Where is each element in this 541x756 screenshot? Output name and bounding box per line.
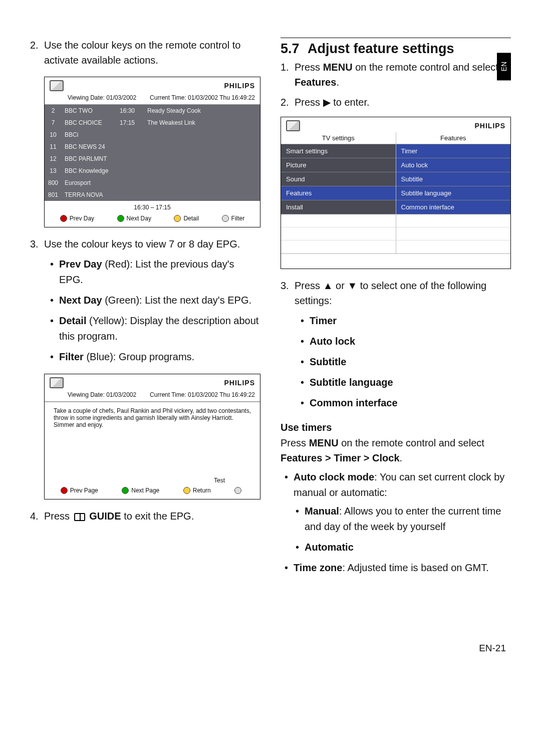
step-number: 1.	[281, 60, 295, 90]
setting-item: Auto lock	[310, 334, 511, 349]
yellow-dot-icon	[183, 487, 190, 494]
menu-col-header: Features	[396, 132, 511, 144]
prog-title	[144, 165, 260, 177]
current-time: Current Time: 01/03/2002 Thu 16:49:22	[150, 94, 255, 101]
channel-list: 2BBC TWO16:30Ready Steady Cook 7BBC CHOI…	[45, 105, 260, 201]
step-text: Press GUIDE to exit the EPG.	[44, 509, 260, 524]
ch-num: 7	[45, 117, 62, 129]
epg-listing-box: PHILIPS Viewing Date: 01/03/2002 Current…	[44, 77, 260, 227]
bullet-auto-clock: Auto clock mode: You can set current clo…	[294, 469, 511, 555]
yellow-label: Detail	[183, 215, 199, 222]
ch-num: 13	[45, 165, 62, 177]
prog-time: 16:30	[117, 105, 144, 117]
ch-num: 801	[45, 189, 62, 201]
prog-time	[117, 153, 144, 165]
step-text: Use the colour keys on the remote contro…	[44, 38, 260, 68]
tv-icon	[50, 377, 64, 388]
ch-name: BBC Knowledge	[62, 165, 117, 177]
sub-heading: Use timers	[281, 422, 511, 433]
up-arrow-icon: ▲	[323, 278, 333, 293]
prog-title	[144, 177, 260, 189]
test-label: Test	[45, 477, 260, 484]
step-number: 3.	[281, 278, 295, 308]
prog-time	[117, 177, 144, 189]
prog-time	[117, 129, 144, 141]
green-label: Next Day	[127, 215, 151, 222]
step-number: 2.	[30, 38, 44, 68]
step-text: Press ▶ to enter.	[295, 95, 511, 110]
brand-label: PHILIPS	[475, 122, 505, 130]
green-label: Next Page	[131, 487, 159, 494]
blue-dot-icon	[222, 215, 229, 222]
menu-item: Smart settings	[281, 144, 396, 158]
ch-num: 11	[45, 141, 62, 153]
prog-title: Ready Steady Cook	[144, 105, 260, 117]
sub-bullet-manual: Manual: Allows you to enter the current …	[305, 503, 511, 535]
ch-num: 12	[45, 153, 62, 165]
setting-item: Subtitle	[310, 354, 511, 370]
menu-item: Subtitle language	[396, 186, 511, 200]
ch-name: BBC CHOICE	[62, 117, 117, 129]
menu-item: Subtitle	[396, 172, 511, 186]
brand-label: PHILIPS	[224, 379, 255, 387]
red-label: Prev Page	[70, 487, 98, 494]
epg-detail-box: PHILIPS Viewing Date: 01/03/2002 Current…	[44, 374, 260, 499]
brand-label: PHILIPS	[224, 82, 255, 90]
down-arrow-icon: ▼	[347, 278, 357, 293]
sub-bullet-automatic: Automatic	[305, 540, 511, 555]
red-dot-icon	[61, 487, 68, 494]
step-text: Press MENU on the remote control and sel…	[295, 60, 511, 90]
bullet-filter: Filter (Blue): Group programs.	[59, 349, 260, 365]
program-description: Take a couple of chefs, Paul Rankin and …	[45, 402, 260, 477]
menu-item: Picture	[281, 158, 396, 172]
step-number: 4.	[30, 509, 44, 524]
bullet-next-day: Next Day (Green): List the next day's EP…	[59, 293, 260, 308]
prog-time	[117, 189, 144, 201]
language-tab: EN	[497, 53, 511, 80]
menu-item-active: Features	[281, 186, 396, 200]
ch-name: Eurosport	[62, 177, 117, 189]
step-number: 3.	[30, 236, 44, 251]
page-number: EN-21	[30, 643, 511, 654]
red-dot-icon	[60, 215, 67, 222]
yellow-label: Return	[193, 487, 211, 494]
right-arrow-icon: ▶	[323, 95, 331, 110]
yellow-dot-icon	[174, 215, 181, 222]
bullet-time-zone: Time zone: Adjusted time is based on GMT…	[294, 560, 511, 576]
step-text: Use the colour keys to view 7 or 8 day E…	[44, 236, 260, 251]
viewing-date: Viewing Date: 01/03/2002	[68, 391, 136, 398]
left-column: 2. Use the colour keys on the remote con…	[30, 38, 260, 583]
step-number: 2.	[281, 95, 295, 110]
time-range: 16:30 – 17:15	[45, 201, 260, 212]
setting-item: Common interface	[310, 395, 511, 411]
green-dot-icon	[117, 215, 124, 222]
section-heading: 5.7Adjust feature settings	[281, 38, 511, 57]
prog-title	[144, 189, 260, 201]
prog-time	[117, 141, 144, 153]
ch-num: 800	[45, 177, 62, 189]
ch-num: 2	[45, 105, 62, 117]
ch-num: 10	[45, 129, 62, 141]
setting-item: Timer	[310, 313, 511, 329]
ch-name: BBCi	[62, 129, 117, 141]
menu-item: Install	[281, 200, 396, 214]
tv-menu-box: PHILIPS TV settings Smart settings Pictu…	[281, 117, 511, 269]
red-label: Prev Day	[70, 215, 94, 222]
menu-item: Common interface	[396, 200, 511, 214]
paragraph: Press MENU on the remote control and sel…	[281, 435, 511, 465]
prog-title	[144, 129, 260, 141]
menu-col-header: TV settings	[281, 132, 396, 144]
menu-item: Timer	[396, 144, 511, 158]
guide-icon	[74, 513, 85, 521]
tv-icon	[50, 80, 64, 91]
bullet-detail: Detail (Yellow): Display the description…	[59, 313, 260, 344]
prog-title: The Weakest Link	[144, 117, 260, 129]
viewing-date: Viewing Date: 01/03/2002	[68, 94, 136, 101]
step-text: Press ▲ or ▼ to select one of the follow…	[295, 278, 511, 308]
setting-item: Subtitle language	[310, 375, 511, 390]
green-dot-icon	[122, 487, 129, 494]
current-time: Current Time: 01/03/2002 Thu 16:49:22	[150, 391, 255, 398]
tv-icon	[286, 120, 300, 131]
bullet-prev-day: Prev Day (Red): List the previous day's …	[59, 257, 260, 288]
blue-label: Filter	[231, 215, 245, 222]
